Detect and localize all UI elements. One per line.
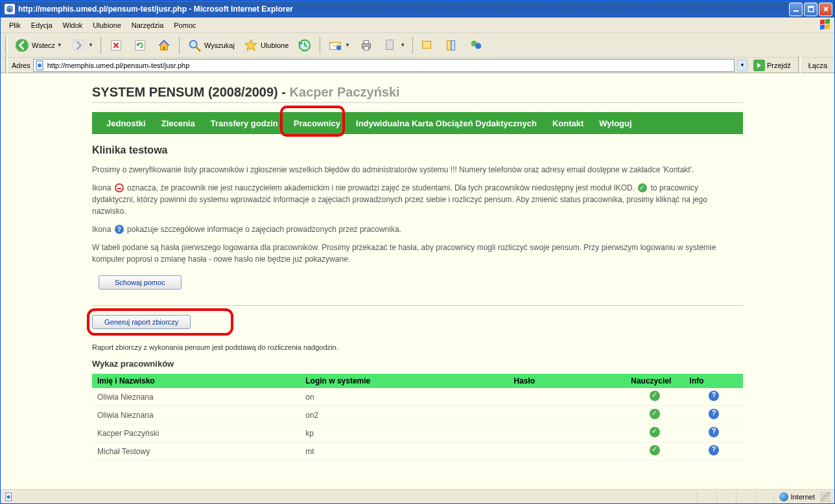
address-input-wrap (33, 59, 735, 72)
back-button[interactable]: Wstecz ▼ (11, 36, 65, 55)
cell-login: mt (300, 442, 508, 461)
minimize-button[interactable] (789, 3, 803, 16)
page-scroll[interactable]: SYSTEM PENSUM (2008/2009) - Kacper Paczy… (1, 73, 834, 489)
menu-pomoc[interactable]: Pomoc (169, 19, 201, 31)
cell-password (509, 388, 626, 406)
favorites-button[interactable]: Ulubione (240, 36, 292, 55)
svg-rect-13 (135, 40, 145, 50)
zone-label: Internet (791, 493, 815, 501)
stop-button[interactable] (105, 36, 127, 55)
cell-name[interactable]: Kacper Paczyński (92, 424, 300, 442)
print-icon (359, 38, 374, 53)
print-button[interactable] (355, 36, 377, 55)
page-icon (35, 60, 45, 71)
research-icon (444, 38, 460, 53)
forward-button[interactable]: ▼ (67, 36, 97, 55)
info-icon (709, 391, 719, 401)
menu-plik[interactable]: Plik (4, 19, 26, 31)
search-button[interactable]: Wyszukaj (183, 36, 238, 55)
refresh-button[interactable] (129, 36, 151, 55)
th-login: Login w systemie (300, 374, 508, 388)
back-label: Wstecz (32, 41, 55, 49)
search-icon (187, 38, 202, 53)
statusbar: Internet (1, 489, 834, 503)
svg-rect-1 (794, 10, 799, 12)
go-icon (753, 60, 765, 71)
globe-icon (779, 492, 788, 501)
main-nav: Jednostki Zlecenia Transfery godzin Prac… (92, 112, 743, 134)
close-button[interactable] (819, 3, 832, 16)
menu-ulubione[interactable]: Ulubione (88, 19, 126, 31)
go-label: Przejdź (767, 62, 791, 69)
statusbar-zone: Internet (773, 492, 820, 501)
nav-zlecenia[interactable]: Zlecenia (154, 113, 203, 133)
cell-info[interactable] (685, 424, 743, 442)
svg-rect-5 (825, 19, 830, 24)
th-password: Hasło (509, 374, 626, 388)
address-dropdown[interactable]: ▼ (737, 60, 747, 71)
nav-transfery[interactable]: Transfery godzin (203, 113, 286, 133)
maximize-button[interactable] (804, 3, 817, 16)
menu-narzedzia[interactable]: Narzędzia (126, 19, 169, 31)
nav-ikod[interactable]: Indywidualna Karta Obciążeń Dydaktycznyc… (348, 113, 545, 133)
svg-rect-3 (808, 6, 814, 8)
back-dropdown: ▼ (57, 42, 62, 48)
cell-teacher[interactable] (626, 406, 684, 424)
check-icon (650, 391, 660, 401)
cell-name[interactable]: Michał Testowy (92, 442, 300, 461)
statusbar-cell (697, 491, 715, 503)
info-icon (709, 427, 719, 437)
svg-rect-4 (820, 19, 825, 25)
generate-report-button[interactable]: Generuj raport zbiorczy (92, 315, 191, 329)
svg-point-18 (336, 45, 341, 50)
home-button[interactable] (153, 36, 175, 55)
toolbar-separator (100, 37, 101, 54)
edit-button[interactable]: ▼ (379, 36, 408, 55)
cell-teacher[interactable] (626, 424, 684, 442)
history-button[interactable] (294, 36, 316, 55)
discuss-button[interactable] (417, 36, 439, 55)
cell-login: on (300, 388, 508, 406)
nav-wyloguj[interactable]: Wyloguj (591, 113, 639, 133)
section-heading: Klinika testowa (92, 144, 743, 156)
go-button[interactable]: Przejdź (750, 58, 794, 73)
menu-edycja[interactable]: Edycja (26, 19, 58, 31)
titlebar: http://memphis.umed.pl/pensum-test/jusr.… (1, 1, 834, 17)
para-passwords: W tabeli podane są hasła pierwszego logo… (92, 242, 743, 265)
cell-info[interactable] (685, 442, 743, 461)
statusbar-cell (736, 491, 754, 503)
cell-password (509, 442, 626, 461)
cell-name[interactable]: Oliwia Nieznana (92, 406, 300, 424)
svg-rect-20 (364, 40, 369, 43)
address-input[interactable] (47, 62, 733, 69)
page-title: SYSTEM PENSUM (2008/2009) - Kacper Paczy… (92, 85, 743, 100)
nav-pracownicy[interactable]: Pracownicy (286, 113, 348, 133)
svg-rect-7 (825, 24, 830, 29)
messenger-button[interactable] (465, 36, 487, 55)
hide-help-button[interactable]: Schowaj pomoc (99, 275, 182, 290)
svg-point-0 (6, 6, 14, 13)
table-row: Michał Testowymt (92, 442, 743, 461)
cell-info[interactable] (685, 388, 743, 406)
cell-password (509, 406, 626, 424)
nav-jednostki[interactable]: Jednostki (99, 113, 154, 133)
cell-teacher[interactable] (626, 442, 684, 461)
menubar: Plik Edycja Widok Ulubione Narzędzia Pom… (1, 17, 834, 33)
menu-widok[interactable]: Widok (58, 19, 88, 31)
cell-info[interactable] (685, 406, 743, 424)
links-label[interactable]: Łącza (805, 60, 831, 71)
mail-button[interactable]: ▼ (324, 36, 353, 55)
cell-login: on2 (300, 406, 508, 424)
svg-rect-14 (163, 46, 165, 50)
nav-kontakt[interactable]: Kontakt (545, 113, 591, 133)
mail-icon (327, 38, 343, 53)
cell-teacher[interactable] (626, 388, 684, 406)
favorites-icon (243, 38, 259, 53)
cell-name[interactable]: Oliwia Nieznana (92, 388, 300, 406)
messenger-icon (468, 38, 484, 53)
research-button[interactable] (441, 36, 463, 55)
statusbar-cell (755, 491, 773, 503)
svg-rect-21 (364, 46, 369, 50)
svg-point-9 (16, 39, 28, 51)
cell-password (509, 424, 626, 442)
